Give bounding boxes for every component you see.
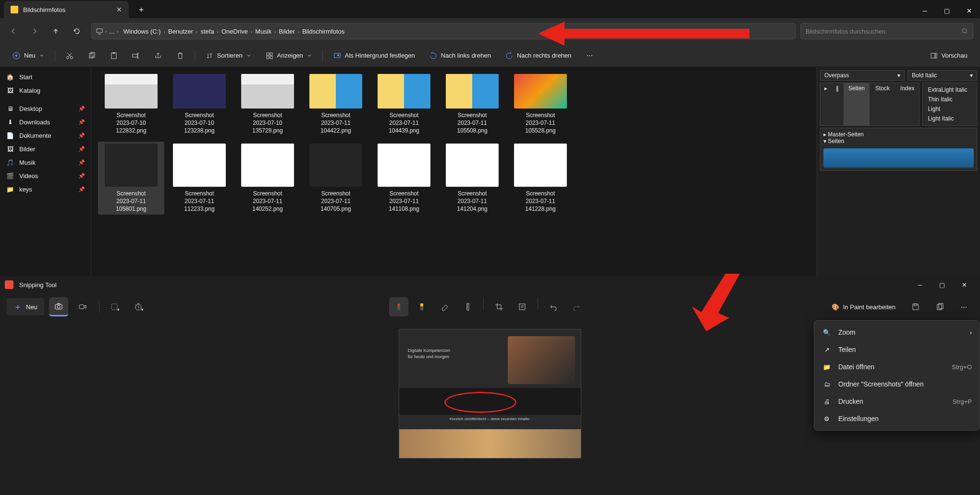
screenshot-preview[interactable]: Digitale Kompetenzen für heute und morge… xyxy=(399,329,581,459)
share-button[interactable] xyxy=(148,48,168,64)
back-button[interactable] xyxy=(4,22,23,41)
sidebar-item-musik[interactable]: 🎵Musik📌 xyxy=(1,156,90,169)
more-button[interactable]: ⋯ xyxy=(580,48,599,64)
close-button[interactable]: ✕ xyxy=(958,3,980,18)
file-item[interactable]: Screenshot2023-07-10122832.png xyxy=(98,72,164,137)
weight-option[interactable]: Light xyxy=(923,104,977,114)
forward-button[interactable] xyxy=(25,22,44,41)
copy-snip-button[interactable] xyxy=(930,297,949,316)
preview-button[interactable]: Vorschau xyxy=(924,48,973,64)
file-item[interactable]: Screenshot2023-07-11105528.png xyxy=(507,72,574,137)
file-item[interactable]: Screenshot2023-07-10123238.png xyxy=(166,72,233,137)
close-button[interactable]: ✕ xyxy=(953,278,975,292)
tab-seiten[interactable]: Seiten xyxy=(844,83,870,125)
file-item[interactable]: Screenshot2023-07-11112233.png xyxy=(166,142,233,215)
minimize-button[interactable]: ─ xyxy=(914,3,936,18)
sidebar-item-downloads[interactable]: ⬇Downloads📌 xyxy=(1,115,90,129)
shape-mode-button[interactable]: ▾ xyxy=(106,297,125,316)
breadcrumb-bilder[interactable]: Bilder xyxy=(276,26,298,37)
copy-button[interactable] xyxy=(82,48,101,64)
video-mode-button[interactable] xyxy=(73,297,92,316)
file-item[interactable]: Screenshot2023-07-11141108.png xyxy=(371,142,437,215)
breadcrumb-stefa[interactable]: stefa xyxy=(197,26,217,37)
file-item[interactable]: Screenshot2023-07-11105508.png xyxy=(439,72,505,137)
search-box[interactable] xyxy=(800,23,973,39)
tab-stock[interactable]: Stock xyxy=(870,83,894,125)
cut-button[interactable] xyxy=(60,48,79,64)
sidebar-item-dokumente[interactable]: 📄Dokumente📌 xyxy=(1,129,90,142)
menu-item-einstellungen[interactable]: ⚙Einstellungen xyxy=(814,410,980,427)
rotate-left-button[interactable]: Nach links drehen xyxy=(424,48,497,64)
file-item[interactable]: Screenshot2023-07-11140705.png xyxy=(303,142,369,215)
breadcrumb-windows (c:)[interactable]: Windows (C:) xyxy=(121,26,164,37)
download-icon: ⬇ xyxy=(6,118,14,126)
page-tree[interactable]: ▸ Master-Seiten ▾ Seiten xyxy=(820,128,977,171)
breadcrumb-musik[interactable]: Musik xyxy=(252,26,274,37)
maximize-button[interactable]: ▢ xyxy=(931,278,953,292)
delay-button[interactable]: ▾ xyxy=(130,297,149,316)
cursor-icon[interactable]: ▸ xyxy=(821,83,831,125)
eraser-button[interactable] xyxy=(435,297,454,316)
font-family-select[interactable]: Overpass▾ xyxy=(820,70,905,81)
save-button[interactable] xyxy=(906,297,925,316)
chevron-right-icon[interactable]: › xyxy=(105,29,107,34)
view-button[interactable]: Anzeigen xyxy=(260,48,318,64)
add-tab-button[interactable]: ＋ xyxy=(133,1,150,18)
delete-button[interactable] xyxy=(171,48,190,64)
font-weight-select[interactable]: Bold Italic▾ xyxy=(907,70,977,81)
text-extract-button[interactable] xyxy=(513,297,532,316)
tab-bildschirmfotos[interactable]: Bildschirmfotos ✕ xyxy=(4,1,129,18)
sidebar-item-bilder[interactable]: 🖼Bilder📌 xyxy=(1,142,90,156)
set-background-button[interactable]: Als Hintergrund festlegen xyxy=(328,48,421,64)
highlighter-button[interactable] xyxy=(412,297,431,316)
breadcrumb-bildschirmfotos[interactable]: Bildschirmfotos xyxy=(299,26,347,37)
file-item[interactable]: Screenshot2023-07-11105801.png xyxy=(98,142,164,215)
chevron-right-icon[interactable]: › xyxy=(117,29,118,34)
weight-option[interactable]: Thin Italic xyxy=(923,95,977,104)
pen-red-button[interactable] xyxy=(389,297,408,316)
paste-button[interactable] xyxy=(104,48,123,64)
sidebar-item-keys[interactable]: 📁keys📌 xyxy=(1,182,90,196)
file-item[interactable]: Screenshot2023-07-11141228.png xyxy=(507,142,574,215)
breadcrumb-onedrive[interactable]: OneDrive xyxy=(219,26,251,37)
more-menu-button[interactable]: ⋯ xyxy=(954,297,973,316)
menu-item-teilen[interactable]: ↗Teilen xyxy=(814,341,980,358)
file-item[interactable]: Screenshot2023-07-11140252.png xyxy=(234,142,301,215)
edit-in-paint-button[interactable]: 🎨 In Paint bearbeiten xyxy=(826,299,901,315)
camera-mode-button[interactable] xyxy=(49,297,68,316)
new-snip-button[interactable]: ＋ Neu xyxy=(7,298,44,315)
refresh-button[interactable] xyxy=(67,22,86,41)
menu-item-datei-ffnen[interactable]: 📁Datei öffnenStrg+O xyxy=(814,358,980,375)
more-icon[interactable]: … xyxy=(109,28,115,35)
up-button[interactable] xyxy=(46,22,65,41)
rotate-right-button[interactable]: Nach rechts drehen xyxy=(500,48,577,64)
undo-button[interactable] xyxy=(544,297,563,316)
menu-item-drucken[interactable]: 🖨DruckenStrg+P xyxy=(814,393,980,410)
weight-option[interactable]: ExtraLight Italic xyxy=(923,85,977,95)
search-input[interactable] xyxy=(806,28,961,35)
minimize-button[interactable]: ─ xyxy=(909,278,931,292)
ruler-button[interactable] xyxy=(458,297,478,316)
redo-button[interactable] xyxy=(567,297,586,316)
weight-option[interactable]: Light Italic xyxy=(923,114,977,123)
sidebar-item-katalog[interactable]: 🖼Katalog xyxy=(1,84,90,97)
file-item[interactable]: Screenshot2023-07-10135729.png xyxy=(234,72,301,137)
menu-item-ordner-screenshots-ffnen[interactable]: 🗂Ordner "Screenshots" öffnen xyxy=(814,375,980,393)
maximize-button[interactable]: ▢ xyxy=(936,3,958,18)
sidebar-item-desktop[interactable]: 🖥Desktop📌 xyxy=(1,102,90,115)
menu-item-zoom[interactable]: 🔍Zoom› xyxy=(814,324,980,341)
rename-button[interactable] xyxy=(126,48,146,64)
sidebar-item-videos[interactable]: 🎬Videos📌 xyxy=(1,169,90,182)
tab-index[interactable]: Index xyxy=(895,83,919,125)
new-button[interactable]: Neu xyxy=(7,48,50,64)
file-item[interactable]: Screenshot2023-07-11104422.png xyxy=(303,72,369,137)
crop-button[interactable] xyxy=(490,297,509,316)
sort-button[interactable]: Sortieren xyxy=(200,48,257,64)
weight-list[interactable]: ExtraLight ItalicThin ItalicLightLight I… xyxy=(922,83,977,126)
file-item[interactable]: Screenshot2023-07-11141204.png xyxy=(439,142,505,215)
pause-icon[interactable]: ‖ xyxy=(832,83,843,125)
breadcrumb-benutzer[interactable]: Benutzer xyxy=(165,26,196,37)
sidebar-item-start[interactable]: 🏠Start xyxy=(1,70,90,84)
file-item[interactable]: Screenshot2023-07-11104439.png xyxy=(371,72,437,137)
close-tab-icon[interactable]: ✕ xyxy=(116,6,122,13)
